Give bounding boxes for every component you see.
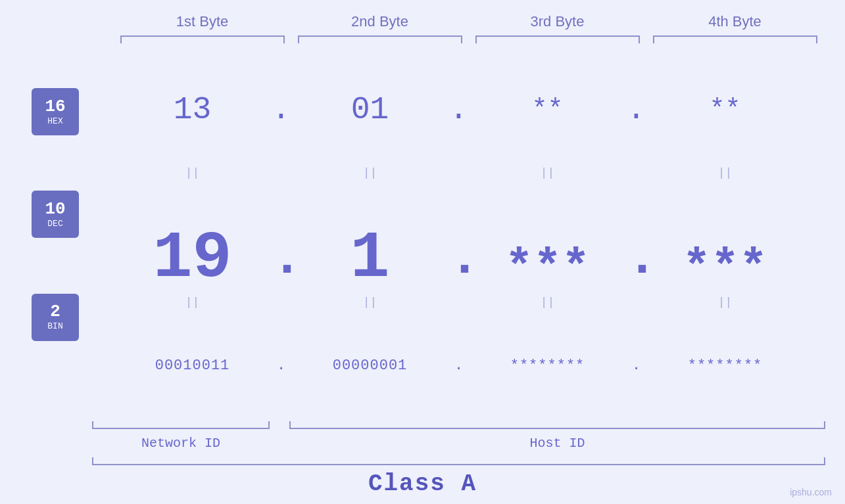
hex-badge: 16 HEX (32, 88, 79, 135)
dec-row: 19 . 1 . *** . *** (92, 180, 825, 295)
hex-b2: 01 (291, 92, 449, 127)
watermark: ipshu.com (790, 487, 832, 497)
bottom-brackets (92, 421, 825, 432)
connector-5: || (114, 295, 272, 309)
badges-column: 16 HEX 10 DEC 2 BIN (0, 54, 92, 421)
hex-badge-number: 16 (45, 98, 65, 115)
bottom-labels-section: Network ID Host ID (0, 421, 845, 451)
bin-badge: 2 BIN (32, 294, 79, 341)
bin-badge-number: 2 (50, 303, 60, 320)
connector-8: || (646, 295, 804, 309)
bin-b4: ******** (646, 357, 804, 374)
byte-header-1: 1st Byte (114, 13, 291, 30)
dec-badge-label: DEC (47, 219, 62, 229)
connector-2: || (291, 166, 449, 180)
host-id-label: Host ID (289, 436, 825, 451)
byte-header-3: 3rd Byte (469, 13, 646, 30)
bin-row: 00010011 . 00000001 . ******** . *******… (92, 309, 825, 421)
bracket-1 (114, 35, 291, 47)
class-bracket (92, 457, 825, 465)
network-id-label: Network ID (92, 436, 270, 451)
class-label: Class A (368, 470, 477, 497)
bin-dot2: . (449, 357, 469, 374)
dec-dot3: . (627, 233, 646, 292)
connector-6: || (291, 295, 449, 309)
connector-dec-bin: || || || || (92, 295, 825, 309)
connector-4: || (646, 166, 804, 180)
network-bracket (92, 421, 270, 429)
hex-badge-label: HEX (47, 116, 62, 126)
connector-3: || (469, 166, 627, 180)
dec-dot2: . (449, 233, 469, 292)
data-columns: 13 . 01 . ** . ** || || || || 19 (92, 54, 845, 421)
bracket-3 (469, 35, 646, 47)
connector-1: || (114, 166, 272, 180)
dec-b3: *** (469, 244, 627, 292)
bin-badge-label: BIN (47, 321, 62, 331)
hex-dot2: . (449, 92, 469, 127)
hex-row: 13 . 01 . ** . ** (92, 54, 825, 166)
dec-b2: 1 (291, 226, 449, 292)
host-bracket (289, 421, 825, 429)
hex-b3: ** (469, 95, 627, 125)
hex-dot1: . (272, 92, 291, 127)
bracket-2 (291, 35, 469, 47)
hex-b1: 13 (114, 92, 272, 127)
dec-b4: *** (646, 244, 804, 292)
byte-header-4: 4th Byte (646, 13, 824, 30)
main-container: 1st Byte 2nd Byte 3rd Byte 4th Byte 16 H… (0, 0, 845, 504)
main-data-area: 16 HEX 10 DEC 2 BIN 13 . 01 . ** . ** (0, 54, 845, 421)
dec-dot1: . (272, 233, 291, 292)
bottom-labels: Network ID Host ID (92, 436, 825, 451)
byte-headers-row: 1st Byte 2nd Byte 3rd Byte 4th Byte (0, 13, 845, 30)
dec-b1: 19 (114, 226, 272, 292)
bin-b2: 00000001 (291, 357, 449, 374)
connector-7: || (469, 295, 627, 309)
hex-b4: ** (646, 95, 804, 125)
bin-dot3: . (627, 357, 646, 374)
dec-badge-number: 10 (45, 200, 65, 218)
dec-badge: 10 DEC (32, 191, 79, 238)
connector-hex-dec: || || || || (92, 166, 825, 180)
bin-dot1: . (272, 357, 291, 374)
byte-header-2: 2nd Byte (291, 13, 469, 30)
top-brackets (0, 35, 845, 47)
bin-b3: ******** (469, 357, 627, 374)
bin-b1: 00010011 (114, 357, 272, 374)
bracket-4 (646, 35, 824, 47)
hex-dot3: . (627, 92, 646, 127)
